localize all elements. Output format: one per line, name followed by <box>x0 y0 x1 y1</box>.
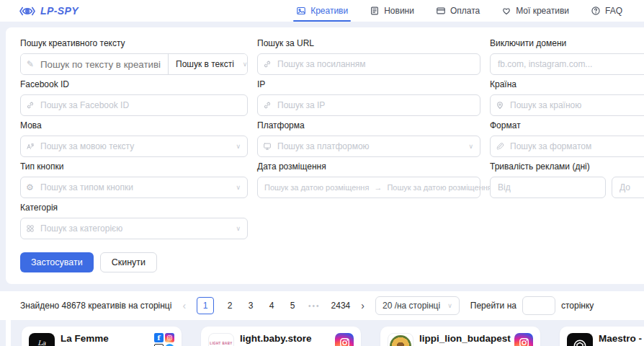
image-icon <box>296 6 306 16</box>
facebook-id-input[interactable] <box>20 94 248 116</box>
translate-icon <box>26 142 35 151</box>
avatar: La FEMME <box>29 333 55 346</box>
avatar <box>567 333 593 346</box>
field-language: Мова ∨ <box>20 120 248 157</box>
tab-my-creatives[interactable]: Мої креативи <box>501 0 569 22</box>
advertiser-name: La Femme Ternopil <box>61 333 148 346</box>
grid-icon <box>26 224 35 233</box>
field-button-type: Тип кнопки ⚙ ∨ <box>20 161 248 198</box>
field-label: Дата розміщення <box>257 161 480 172</box>
pencil-icon: ✎ <box>27 60 34 68</box>
field-label: IP <box>257 79 480 89</box>
filter-panel: Пошук креативного тексту ✎ Пошук в текст… <box>6 27 644 284</box>
reset-button[interactable]: Скинути <box>100 252 157 272</box>
format-select[interactable] <box>490 136 644 157</box>
field-label: Країна <box>490 79 644 89</box>
chevron-down-icon: ∨ <box>236 143 241 150</box>
partial-card-left <box>6 303 11 346</box>
field-label: Пошук за URL <box>257 38 480 48</box>
field-creative-text: Пошук креативного тексту ✎ Пошук в текст… <box>20 38 248 75</box>
creative-card[interactable]: Maestro - кухні, меблі на замовлення в У… <box>560 327 644 346</box>
tab-faq[interactable]: FAQ <box>591 0 622 22</box>
ip-input[interactable] <box>257 94 480 116</box>
pagination-bar: Знайдено 48678 креативів на сторінці ‹ 1… <box>0 291 644 320</box>
creative-card[interactable]: LIGHT BABY STORE light.baby.store 2025-1… <box>201 327 361 346</box>
per-page-select[interactable]: 20 /на сторінці ∨ <box>375 296 460 315</box>
creative-text-input[interactable] <box>21 54 168 74</box>
search-mode-select[interactable]: Пошук в тексті ∨ <box>168 54 248 74</box>
platform-select[interactable] <box>257 136 480 157</box>
results-summary: Знайдено 48678 креативів на сторінці <box>20 301 171 311</box>
credit-card-icon <box>436 6 446 16</box>
platform-icons: f <box>154 333 174 346</box>
field-duration: Тривалість реклами (дні) <box>490 161 644 198</box>
page-2[interactable]: 2 <box>225 301 235 311</box>
date-from-placeholder: Пошук за датою розміщення <box>264 183 369 192</box>
apply-button[interactable]: Застосувати <box>20 252 94 272</box>
language-select[interactable] <box>20 136 248 157</box>
link-icon <box>263 60 272 68</box>
category-select[interactable] <box>20 218 248 239</box>
page-3[interactable]: 3 <box>246 301 256 311</box>
page-1[interactable]: 1 <box>197 297 214 314</box>
avatar-text: LIGHT BABY <box>210 342 233 345</box>
page-ellipsis[interactable]: ••• <box>308 302 321 310</box>
page-last[interactable]: 2434 <box>331 301 351 311</box>
field-label: Виключити домени <box>490 38 644 48</box>
logo-text: LP-SPY <box>40 5 79 17</box>
date-range-picker[interactable]: Пошук за датою розміщення → Пошук за дат… <box>257 177 480 198</box>
avatar <box>388 333 413 346</box>
field-label: Платформа <box>257 120 480 130</box>
eye-logo-icon <box>19 5 36 17</box>
goto-suffix: сторінку <box>561 301 594 311</box>
country-input[interactable] <box>490 94 644 116</box>
creative-card[interactable]: lippi_lion_budapest 2025-11-20 21:02:03 … <box>380 327 540 346</box>
gear-icon: ⚙ <box>26 183 34 192</box>
field-country: Країна <box>490 79 644 116</box>
field-exclude-domains: Виключити домени <box>490 38 644 75</box>
chevron-down-icon: ∨ <box>236 226 241 232</box>
goto-page-input[interactable] <box>522 296 555 315</box>
heart-icon <box>501 6 511 16</box>
field-platform: Платформа ∨ <box>257 120 480 157</box>
page-5[interactable]: 5 <box>287 301 298 311</box>
field-label: Facebook ID <box>20 79 248 89</box>
field-placement-date: Дата розміщення Пошук за датою розміщенн… <box>257 161 480 198</box>
chevron-down-icon: ∨ <box>236 185 241 191</box>
url-input[interactable] <box>257 53 480 75</box>
tab-label: Оплата <box>450 6 480 16</box>
chevron-down-icon: ∨ <box>468 143 473 150</box>
facebook-icon: f <box>154 333 164 342</box>
location-pin-icon <box>496 101 504 110</box>
avatar-text: La <box>37 340 45 346</box>
field-label: Мова <box>20 120 248 130</box>
top-header: LP-SPY Креативи Новини <box>0 0 644 22</box>
duration-to-input[interactable] <box>612 177 644 198</box>
question-circle-icon <box>591 6 601 16</box>
main-nav: Креативи Новини Оплата <box>296 0 622 22</box>
news-icon <box>370 6 380 16</box>
tab-label: Мої креативи <box>516 6 569 16</box>
instagram-icon <box>335 333 354 346</box>
page-4[interactable]: 4 <box>267 301 277 311</box>
tab-payment[interactable]: Оплата <box>436 0 480 22</box>
lion-logo <box>390 335 411 346</box>
prev-page-icon[interactable]: ‹ <box>182 301 186 311</box>
creative-card[interactable]: La FEMME La Femme Ternopil 2025-11-20 21… <box>22 327 182 346</box>
advertiser-name: Maestro - кухні, меблі на замовлення в У… <box>599 333 644 346</box>
button-type-select[interactable] <box>20 177 248 198</box>
exclude-domains-input[interactable] <box>490 53 644 75</box>
tab-label: FAQ <box>605 6 622 16</box>
tab-creatives[interactable]: Креативи <box>296 0 348 22</box>
duration-from-input[interactable] <box>490 177 606 198</box>
next-page-icon[interactable]: › <box>361 301 365 311</box>
field-label: Категорія <box>20 203 248 213</box>
tab-news[interactable]: Новини <box>370 0 414 22</box>
link-icon <box>26 101 35 110</box>
app-logo[interactable]: LP-SPY <box>19 5 79 17</box>
paperclip-icon <box>496 142 504 151</box>
goto-label: Перейти на <box>470 301 516 311</box>
platform-monitor-icon <box>263 142 272 151</box>
field-label: Пошук креативного тексту <box>20 38 248 48</box>
date-to-placeholder: Пошук за датою розміщення <box>387 183 491 192</box>
